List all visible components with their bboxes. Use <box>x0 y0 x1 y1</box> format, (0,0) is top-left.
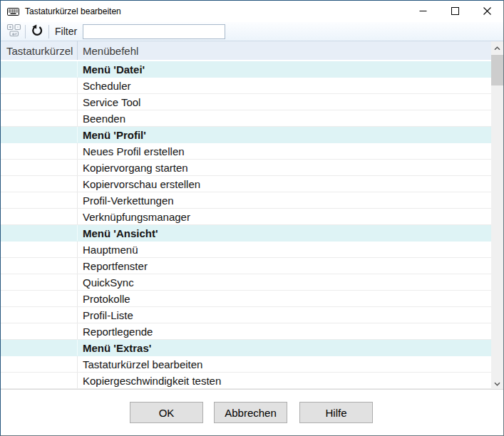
close-button[interactable] <box>471 1 503 22</box>
table-header: Tastaturkürzel Menübefehl <box>1 41 491 61</box>
cell-command: Scheduler <box>78 78 491 93</box>
filter-input[interactable] <box>83 24 225 39</box>
table-row[interactable]: Hauptmenü <box>1 242 491 258</box>
window-title: Tastaturkürzel bearbeiten <box>25 6 121 16</box>
cell-command: Kopiergeschwindigkeit testen <box>78 373 491 388</box>
close-icon <box>483 6 491 17</box>
reset-shortcuts-button[interactable] <box>28 24 46 40</box>
minimize-button[interactable] <box>407 1 439 22</box>
table-row[interactable]: Kopiervorschau erstellen <box>1 176 491 192</box>
table-row[interactable]: Kopiervorgang starten <box>1 160 491 176</box>
column-header-command[interactable]: Menübefehl <box>78 41 491 60</box>
titlebar: Tastaturkürzel bearbeiten <box>1 1 503 22</box>
cell-command: Kopiervorgang starten <box>78 160 491 175</box>
cell-shortcut <box>1 340 78 355</box>
scrollbar-thumb[interactable] <box>491 55 503 85</box>
cell-command: QuickSync <box>78 274 491 290</box>
cell-command: Menü 'Datei' <box>78 61 491 77</box>
shortcuts-table: Tastaturkürzel Menübefehl Menü 'Datei' S… <box>1 41 491 389</box>
filter-label: Filter <box>55 26 77 37</box>
keyboard-keys-icon <box>6 24 21 39</box>
minimize-icon <box>419 6 427 17</box>
chevron-up-icon <box>494 42 500 53</box>
table-row[interactable]: Menü 'Datei' <box>1 61 491 78</box>
cell-shortcut <box>1 176 78 192</box>
cell-shortcut <box>1 225 78 241</box>
table-row[interactable]: Protokolle <box>1 291 491 307</box>
cell-shortcut <box>1 356 78 372</box>
cell-command: Menü 'Extras' <box>78 340 491 355</box>
cell-shortcut <box>1 127 78 142</box>
table-row[interactable]: Menü 'Extras' <box>1 340 491 356</box>
dialog-window: Tastaturkürzel bearbeiten <box>0 0 504 436</box>
table-row[interactable]: Menü 'Ansicht' <box>1 225 491 242</box>
cell-command: Profil-Liste <box>78 307 491 323</box>
cell-shortcut <box>1 209 78 224</box>
scroll-down-button[interactable] <box>491 377 503 389</box>
cell-shortcut <box>1 94 78 110</box>
window-controls <box>407 1 503 22</box>
cell-shortcut <box>1 258 78 274</box>
cell-shortcut <box>1 192 78 208</box>
cell-shortcut <box>1 307 78 323</box>
table-row[interactable]: Kopiergeschwindigkeit testen <box>1 373 491 389</box>
cell-command: Menü 'Ansicht' <box>78 225 491 241</box>
cell-command: Tastaturkürzel bearbeiten <box>78 356 491 372</box>
cell-command: Reportlegende <box>78 323 491 339</box>
vertical-scrollbar[interactable] <box>491 41 503 389</box>
undo-icon <box>31 24 43 39</box>
cell-command: Profil-Verkettungen <box>78 192 491 208</box>
column-header-shortcut[interactable]: Tastaturkürzel <box>1 41 78 60</box>
cell-shortcut <box>1 160 78 175</box>
cell-shortcut <box>1 323 78 339</box>
cancel-button[interactable]: Abbrechen <box>214 402 287 423</box>
toolbar: Filter <box>1 22 503 41</box>
cell-command: Verknüpfungsmanager <box>78 209 491 224</box>
cell-command: Neues Profil erstellen <box>78 143 491 159</box>
cell-shortcut <box>1 110 78 126</box>
table-row[interactable]: Neues Profil erstellen <box>1 143 491 160</box>
toolbar-separator <box>48 25 49 38</box>
table-row[interactable]: Reportfenster <box>1 258 491 274</box>
table-row[interactable]: Verknüpfungsmanager <box>1 209 491 225</box>
cell-shortcut <box>1 61 78 77</box>
cell-command: Protokolle <box>78 291 491 306</box>
table-row[interactable]: Profil-Verkettungen <box>1 192 491 209</box>
cell-command: Kopiervorschau erstellen <box>78 176 491 192</box>
cell-command: Beenden <box>78 110 491 126</box>
keyboard-icon <box>7 6 19 18</box>
table-row[interactable]: Reportlegende <box>1 323 491 340</box>
cell-shortcut <box>1 78 78 93</box>
table-row[interactable]: Menü 'Profil' <box>1 127 491 143</box>
table-body: Menü 'Datei' Scheduler Service Tool Been… <box>1 61 491 389</box>
table-row[interactable]: Tastaturkürzel bearbeiten <box>1 356 491 373</box>
cell-shortcut <box>1 143 78 159</box>
footer: OK Abbrechen Hilfe <box>1 389 503 435</box>
scroll-up-button[interactable] <box>491 41 503 53</box>
maximize-button[interactable] <box>439 1 471 22</box>
chevron-down-icon <box>494 378 500 388</box>
cell-shortcut <box>1 274 78 290</box>
maximize-icon <box>451 6 459 17</box>
toolbar-separator <box>25 25 26 38</box>
cell-command: Service Tool <box>78 94 491 110</box>
cell-shortcut <box>1 373 78 388</box>
assign-shortcut-button[interactable] <box>4 24 23 40</box>
cell-command: Hauptmenü <box>78 242 491 257</box>
help-button[interactable]: Hilfe <box>299 402 373 423</box>
table-row[interactable]: QuickSync <box>1 274 491 291</box>
cell-shortcut <box>1 242 78 257</box>
table-row[interactable]: Profil-Liste <box>1 307 491 323</box>
cell-command: Reportfenster <box>78 258 491 274</box>
table-row[interactable]: Beenden <box>1 110 491 127</box>
cell-command: Menü 'Profil' <box>78 127 491 142</box>
cell-shortcut <box>1 291 78 306</box>
table-row[interactable]: Service Tool <box>1 94 491 110</box>
ok-button[interactable]: OK <box>130 402 203 423</box>
table-row[interactable]: Scheduler <box>1 78 491 94</box>
